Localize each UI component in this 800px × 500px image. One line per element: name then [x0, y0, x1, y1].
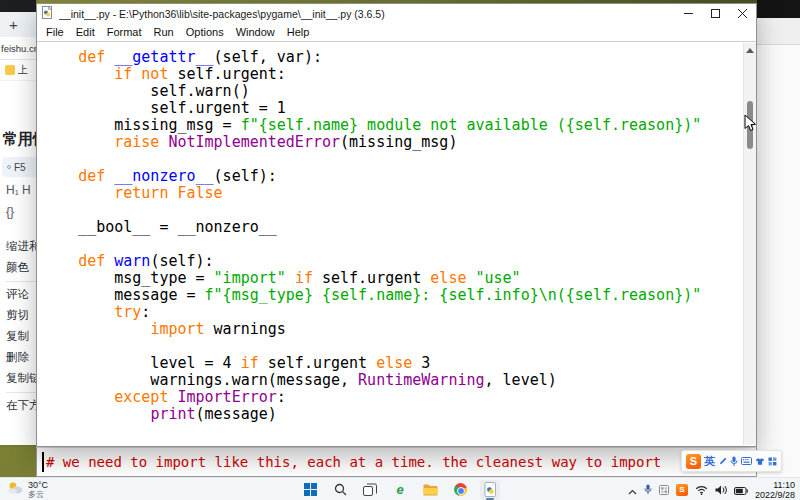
feishu-menu-item[interactable]: 剪切: [6, 305, 36, 326]
tray-time: 11:10: [773, 480, 795, 490]
code-text: def __getattr__(self, var): if not self.…: [42, 49, 701, 423]
secondary-editor-window[interactable]: # we need to import like this, each at a…: [36, 447, 757, 477]
language-mode-label[interactable]: 英: [704, 454, 715, 469]
background-window-toolbar: [757, 18, 800, 45]
code-line: except ImportError:: [42, 389, 701, 406]
code-line: import warnings: [42, 321, 701, 338]
mouse-cursor: [744, 114, 757, 137]
feishu-menu-item[interactable]: 删除: [6, 347, 36, 368]
code-line: [42, 236, 701, 253]
system-tray: S 11:10 2022/9/28: [628, 478, 795, 500]
ie-browser-icon[interactable]: e: [390, 480, 410, 500]
code-line: def __getattr__(self, var):: [42, 49, 701, 66]
weather-condition: 多云: [28, 490, 48, 499]
feishu-menu-item[interactable]: 复制: [6, 326, 36, 347]
tray-grid-icon[interactable]: [659, 481, 669, 499]
background-window-titlebar: [757, 0, 800, 18]
sogou-input-bar[interactable]: S 英: [681, 450, 782, 472]
menu-item-edit[interactable]: Edit: [70, 26, 101, 38]
feishu-menu-item[interactable]: 评论: [6, 281, 36, 305]
menu-item-format[interactable]: Format: [101, 26, 148, 38]
menu-item-window[interactable]: Window: [230, 26, 281, 38]
text-caret: [42, 452, 44, 472]
background-window-right: [757, 0, 800, 477]
code-line: message = f"{msg_type} {self.name}: {sel…: [42, 287, 701, 304]
code-line: [42, 202, 701, 219]
bookmark-label: 上: [18, 63, 28, 77]
tray-date: 2022/9/28: [755, 490, 795, 500]
idle-editor-window: __init__.py - E:\Python36\lib\site-packa…: [36, 3, 757, 447]
menu-item-file[interactable]: File: [40, 26, 70, 38]
feishu-menu-item[interactable]: 颜色: [6, 257, 36, 278]
scroll-up-arrow[interactable]: [746, 48, 754, 53]
menu-item-help[interactable]: Help: [281, 26, 316, 38]
idle-file-icon: [42, 5, 54, 23]
sogou-mic-icon[interactable]: [730, 456, 738, 467]
weather-widget[interactable]: 30°C 多云: [7, 478, 48, 500]
search-icon[interactable]: [330, 480, 350, 500]
skin-icon[interactable]: [755, 457, 765, 466]
bookmark-icon: [5, 65, 15, 75]
browser-address-bar[interactable]: feishu.cn: [0, 37, 36, 60]
code-line: raise NotImplementedError(missing_msg): [42, 134, 701, 151]
python-file-icon[interactable]: [480, 480, 500, 500]
browser-tab-bar: [0, 0, 36, 12]
feishu-shortcuts-heading: 常用快: [3, 130, 36, 149]
code-line: missing_msg = f"{self.name} module not a…: [42, 117, 701, 134]
background-browser-window[interactable]: + feishu.cn 上 常用快 F5 H₁ H {} 缩进和颜色评论剪切复制…: [0, 0, 36, 445]
taskbar: 30°C 多云 e S 11:10 2022/9/28: [0, 477, 800, 500]
feishu-menu-item[interactable]: 缩进和: [6, 236, 36, 257]
volume-icon[interactable]: [715, 481, 727, 499]
chevron-up-icon[interactable]: [628, 481, 637, 499]
feishu-menu-list: 缩进和颜色评论剪切复制删除复制链在下方: [6, 236, 36, 416]
code-line: level = 4 if self.urgent else 3: [42, 355, 701, 372]
bullet-icon: [7, 165, 11, 169]
battery-icon[interactable]: [734, 481, 748, 499]
weather-temp: 30°C: [28, 480, 48, 490]
f5-label: F5: [14, 162, 26, 173]
feishu-heading-buttons[interactable]: H₁ H: [6, 183, 31, 197]
code-line: [42, 151, 701, 168]
microphone-icon[interactable]: [644, 481, 652, 499]
comment-line: # we need to import like this, each at a…: [46, 448, 661, 476]
code-line: self.urgent = 1: [42, 100, 701, 117]
title-bar[interactable]: __init__.py - E:\Python36\lib\site-packa…: [37, 4, 756, 23]
feishu-menu-item[interactable]: 在下方: [6, 392, 36, 416]
tray-clock[interactable]: 11:10 2022/9/28: [755, 480, 795, 500]
sogou-tray-icon[interactable]: S: [676, 484, 688, 496]
task-view-icon[interactable]: [360, 480, 380, 500]
code-line: def warn(self):: [42, 253, 701, 270]
windows-logo-icon[interactable]: [300, 480, 320, 500]
close-button[interactable]: [729, 4, 756, 23]
window-title: __init__.py - E:\Python36\lib\site-packa…: [59, 8, 675, 20]
code-line: [42, 338, 701, 355]
wifi-icon[interactable]: [695, 481, 708, 499]
code-line: return False: [42, 185, 701, 202]
minimize-button[interactable]: [675, 4, 702, 23]
code-line: try:: [42, 304, 701, 321]
file-explorer-icon[interactable]: [420, 480, 440, 500]
code-line: def __nonzero__(self):: [42, 168, 701, 185]
sogou-logo-icon[interactable]: S: [686, 454, 701, 469]
menu-item-options[interactable]: Options: [180, 26, 230, 38]
chrome-icon[interactable]: [450, 480, 470, 500]
code-area[interactable]: def __getattr__(self, var): if not self.…: [38, 43, 743, 445]
code-line: self.warn(): [42, 83, 701, 100]
url-text: feishu.cn: [1, 43, 36, 54]
code-line: print(message): [42, 406, 701, 423]
new-tab-button[interactable]: +: [9, 16, 18, 33]
pen-icon[interactable]: [718, 456, 727, 466]
toolbox-icon[interactable]: [768, 457, 777, 466]
bookmark-item[interactable]: 上: [0, 60, 36, 81]
feishu-code-button[interactable]: {}: [6, 205, 14, 219]
menu-item-run[interactable]: Run: [148, 26, 180, 38]
code-line: warnings.warn(message, RuntimeWarning, l…: [42, 372, 701, 389]
feishu-menu-item[interactable]: 复制链: [6, 368, 36, 389]
keyboard-icon[interactable]: [741, 457, 752, 465]
maximize-button[interactable]: [702, 4, 729, 23]
feishu-f5-shortcut[interactable]: F5: [2, 157, 36, 177]
code-line: msg_type = "import" if self.urgent else …: [42, 270, 701, 287]
code-line: __bool__ = __nonzero__: [42, 219, 701, 236]
taskbar-center-icons: e: [300, 478, 500, 500]
vertical-scrollbar[interactable]: [743, 43, 756, 445]
